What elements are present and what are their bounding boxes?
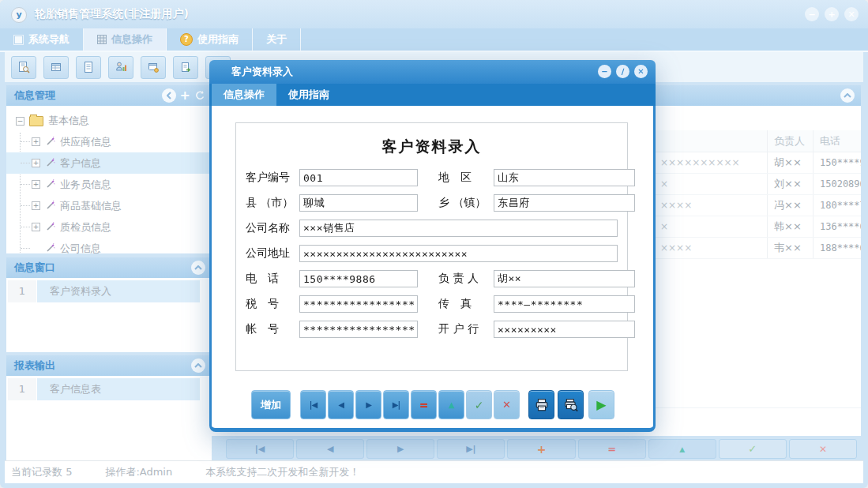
delete-record-button[interactable]: = bbox=[411, 390, 437, 419]
bank-field[interactable] bbox=[494, 321, 635, 338]
collapse-up-icon[interactable] bbox=[191, 358, 205, 373]
print-preview-button[interactable] bbox=[558, 390, 584, 419]
add-icon[interactable]: + bbox=[180, 88, 190, 103]
status-bar: 当前记录数 5 操作者:Admin 本系统支持二次开发和全新开发！ bbox=[5, 460, 863, 483]
document-button[interactable] bbox=[76, 56, 101, 79]
tab-system-nav[interactable]: 系统导航 bbox=[0, 28, 84, 51]
tax-id-field[interactable] bbox=[299, 295, 418, 313]
expand-node-icon[interactable]: + bbox=[32, 201, 40, 210]
company-address-field[interactable] bbox=[299, 245, 618, 262]
user-report-button[interactable] bbox=[108, 56, 133, 79]
preview-button[interactable] bbox=[11, 56, 36, 79]
minimize-icon[interactable]: − bbox=[805, 7, 819, 21]
collapse-node-icon[interactable]: − bbox=[16, 117, 24, 126]
account-field[interactable] bbox=[299, 321, 418, 338]
expand-node-icon[interactable]: + bbox=[32, 180, 40, 189]
item-number: 1 bbox=[8, 280, 36, 302]
expand-node-icon[interactable]: + bbox=[32, 223, 40, 231]
panel-title: 报表输出 bbox=[14, 359, 55, 371]
tab-about[interactable]: 关于 bbox=[253, 28, 301, 51]
table-row[interactable]: ×××× 冯×× 180****78 bbox=[652, 195, 861, 216]
export-button[interactable] bbox=[173, 56, 198, 79]
field-label: 县 （市） bbox=[246, 196, 299, 210]
phone-field[interactable] bbox=[299, 270, 418, 287]
first-record-button[interactable]: |◀ bbox=[300, 390, 326, 419]
dialog-title-bar[interactable]: 客户资料录入 − ∕ ✕ bbox=[209, 60, 656, 84]
collapse-up-icon[interactable] bbox=[191, 261, 205, 275]
next-record-button[interactable]: ▶ bbox=[355, 390, 381, 419]
field-label: 乡 （镇） bbox=[438, 196, 494, 210]
nav-edit-button[interactable]: ▲ bbox=[648, 439, 716, 459]
export-page-icon bbox=[179, 61, 192, 73]
table-row[interactable]: × 刘×× 15020896 bbox=[652, 174, 861, 195]
window-list-item[interactable]: 1 客户资料录入 bbox=[6, 280, 212, 302]
town-field[interactable] bbox=[494, 194, 635, 212]
nav-first-button[interactable]: |◀ bbox=[226, 439, 294, 459]
nav-delete-button[interactable]: = bbox=[578, 439, 646, 459]
print-button[interactable] bbox=[528, 390, 554, 419]
nav-cancel-button[interactable]: ✕ bbox=[789, 439, 857, 459]
tree-item-product-base[interactable]: + 商品基础信息 bbox=[6, 195, 212, 216]
company-name-field[interactable] bbox=[299, 220, 618, 237]
tree-item-customer[interactable]: + 客户信息 bbox=[6, 152, 212, 174]
maximize-icon[interactable]: + bbox=[825, 7, 839, 21]
county-field[interactable] bbox=[299, 194, 418, 212]
tab-label: 关于 bbox=[266, 32, 287, 47]
cancel-icon: ✕ bbox=[819, 444, 827, 455]
last-record-button[interactable]: ▶| bbox=[383, 390, 409, 419]
tree-item-inspector[interactable]: + 质检员信息 bbox=[6, 216, 212, 238]
tab-user-guide[interactable]: ? 使用指南 bbox=[167, 28, 253, 51]
tree-item-supplier[interactable]: + 供应商信息 bbox=[6, 131, 212, 152]
dialog-close-icon[interactable]: ✕ bbox=[634, 65, 648, 78]
region-field[interactable] bbox=[494, 169, 635, 186]
tree-item-salesman[interactable]: + 业务员信息 bbox=[6, 174, 212, 195]
edit-record-button[interactable]: ▲ bbox=[438, 390, 464, 419]
customer-id-field[interactable] bbox=[299, 169, 418, 186]
dialog-tab-info-operation[interactable]: 信息操作 bbox=[212, 84, 276, 106]
table-icon bbox=[50, 61, 62, 73]
tree-root-basic-info[interactable]: − 基本信息 bbox=[6, 111, 212, 131]
datagrid-button[interactable] bbox=[43, 56, 69, 79]
dialog-restore-icon[interactable]: ∕ bbox=[616, 65, 629, 78]
wand-icon bbox=[45, 158, 55, 168]
nav-post-button[interactable]: ✓ bbox=[719, 439, 787, 459]
print-preview-icon bbox=[564, 398, 578, 412]
window-button[interactable] bbox=[141, 56, 166, 79]
dialog-minimize-icon[interactable]: − bbox=[598, 65, 611, 78]
dialog-tab-user-guide[interactable]: 使用指南 bbox=[276, 84, 341, 106]
info-window-panel-body: 1 客户资料录入 bbox=[6, 278, 212, 352]
expand-node-icon[interactable]: + bbox=[32, 137, 40, 146]
expand-node-icon[interactable]: + bbox=[32, 159, 40, 167]
collapse-left-icon[interactable] bbox=[162, 88, 176, 103]
table-row[interactable]: ×××× 韦×× 188****68 bbox=[652, 238, 861, 259]
nav-last-button[interactable]: ▶| bbox=[437, 439, 505, 459]
tree-item-company[interactable]: 公司信息 bbox=[6, 238, 212, 259]
info-tree: − 基本信息 + 供应商信息 + 客户信息 bbox=[6, 106, 212, 259]
dialog-tab-bar: 信息操作 使用指南 bbox=[209, 84, 656, 106]
col-manager-header[interactable]: 负责人 bbox=[767, 130, 813, 152]
col-phone-header[interactable]: 电话 bbox=[813, 130, 861, 152]
nav-next-button[interactable]: ▶ bbox=[366, 439, 434, 459]
post-record-button[interactable]: ✓ bbox=[466, 390, 492, 419]
prior-icon: ◀ bbox=[327, 444, 333, 454]
add-button[interactable]: 增加 bbox=[251, 390, 291, 419]
printer-icon bbox=[535, 398, 549, 412]
close-icon[interactable]: ✕ bbox=[844, 7, 859, 21]
tab-info-operation[interactable]: 信息操作 bbox=[84, 28, 167, 51]
report-list-item[interactable]: 1 客户信息表 bbox=[6, 378, 212, 400]
fax-field[interactable] bbox=[494, 295, 635, 313]
prior-record-button[interactable]: ◀ bbox=[328, 390, 354, 419]
delete-icon: = bbox=[419, 399, 429, 411]
table-header-row: 负责人 电话 bbox=[652, 130, 861, 152]
panel-title: 信息窗口 bbox=[14, 261, 55, 273]
run-button[interactable]: ▶ bbox=[588, 390, 614, 419]
refresh-icon[interactable] bbox=[194, 90, 205, 101]
manager-field[interactable] bbox=[494, 270, 635, 287]
table-row[interactable]: × 韩×× 136****06 bbox=[652, 216, 861, 238]
nav-prior-button[interactable]: ◀ bbox=[296, 439, 364, 459]
cancel-record-button[interactable]: ✕ bbox=[494, 390, 520, 419]
nav-insert-button[interactable]: + bbox=[507, 439, 575, 459]
collapse-up-icon[interactable] bbox=[840, 88, 855, 103]
table-row[interactable]: ×××××××××× 胡×× 150****9886 bbox=[652, 152, 861, 174]
field-label: 公司名称 bbox=[246, 221, 299, 235]
